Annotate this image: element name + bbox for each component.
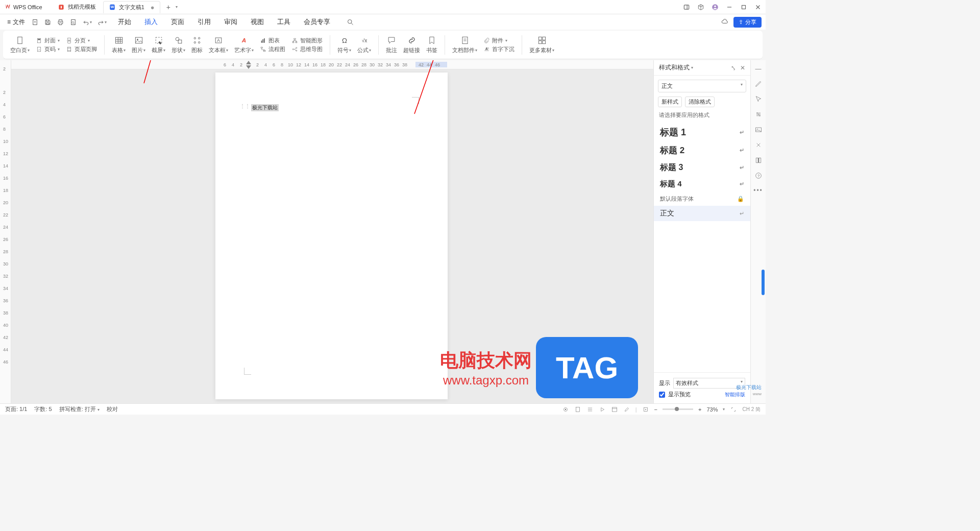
status-page[interactable]: 页面: 1/1 [5,405,27,413]
ribbon-more-assets[interactable]: 更多素材▾ [527,35,556,54]
tab-review[interactable]: 审阅 [222,16,239,28]
close-window-icon[interactable] [754,4,762,11]
ribbon-pagebreak[interactable]: 分页▾ [66,37,97,44]
ribbon-smartart[interactable]: 智能图形 [291,37,323,44]
ribbon-screenshot[interactable]: 截屏▾ [150,35,167,54]
ribbon-wordart[interactable]: A艺术字▾ [232,35,256,54]
select-icon[interactable] [754,95,763,103]
display-select[interactable]: 有效样式▾ [673,378,745,389]
file-menu[interactable]: ≡ 文件 [4,16,28,29]
ribbon-cover[interactable]: 封面▾ [36,37,60,44]
panel-icon[interactable] [683,4,690,11]
close-sidebar-icon[interactable]: ✕ [740,64,745,71]
focus-view-icon[interactable] [562,406,569,413]
style-body[interactable]: 正文↵ [654,206,750,221]
print-preview-icon[interactable] [69,18,77,26]
read-view-icon[interactable] [599,406,606,413]
sidebar-current-style[interactable]: 正文 ▾ [658,80,746,92]
status-words[interactable]: 字数: 5 [34,405,52,413]
ribbon-comment[interactable]: 批注 [384,35,399,54]
ribbon-header-footer[interactable]: 页眉页脚 [66,45,97,53]
tab-view[interactable]: 视图 [249,16,266,28]
tab-reference[interactable]: 引用 [195,16,213,28]
zoom-slider[interactable] [663,408,693,410]
ribbon-mindmap[interactable]: 思维导图 [291,45,323,53]
new-icon[interactable] [31,18,39,26]
tab-menu-caret[interactable]: ▾ [176,5,178,9]
ribbon-textbox[interactable]: A文本框▾ [207,35,230,54]
style-heading-3[interactable]: 标题 3↵ [654,159,750,176]
ribbon-bookmark[interactable]: 书签 [424,35,439,54]
ribbon-dropcap[interactable]: A首字下沉 [483,45,514,53]
zoom-out-button[interactable]: − [654,406,657,413]
dropcap-icon: A [483,46,490,53]
ribbon-picture[interactable]: 图片▾ [130,35,148,54]
image-icon[interactable] [754,126,763,134]
ribbon-icons[interactable]: 图标 [189,35,205,54]
expand-icon[interactable] [730,406,737,413]
outline-view-icon[interactable] [586,406,594,413]
tab-member[interactable]: 会员专享 [302,16,332,28]
tab-page[interactable]: 页面 [169,16,186,28]
tab-tools[interactable]: 工具 [275,16,292,28]
ribbon-shapes[interactable]: 形状▾ [169,35,187,54]
tab-document[interactable]: W 文字文稿1 ● [103,1,160,13]
smart-layout-link[interactable]: 智能排版 [725,391,745,398]
highlight-icon[interactable] [623,406,630,413]
settings-icon[interactable] [754,110,763,118]
ribbon-hyperlink[interactable]: 超链接 [401,35,422,54]
fit-icon[interactable] [642,406,649,413]
search-icon[interactable] [347,18,354,26]
ribbon-pagenum[interactable]: #页码▾ [36,45,60,53]
table-handle-icon[interactable]: ⋮⋮ [240,103,250,109]
style-default-font[interactable]: 默认段落字体🔒 [654,192,750,206]
book-icon[interactable] [754,156,763,164]
style-heading-4[interactable]: 标题 4↵ [654,176,750,192]
share-button[interactable]: ⇪ 分享 [733,17,762,28]
ribbon-doc-parts[interactable]: 文档部件▾ [450,35,479,54]
print-icon[interactable] [57,18,64,26]
document-area[interactable]: 6 4 2 2 4 6 8 10 12 14 16 18 20 22 24 26… [11,60,653,403]
new-tab-button[interactable]: + [166,3,170,11]
zoom-level[interactable]: 73% [706,406,718,413]
pin-icon[interactable]: ⤣ [731,64,736,71]
tools-icon[interactable] [754,141,763,149]
ribbon-blank-page[interactable]: 空白页▾ [8,35,32,54]
ribbon-equation[interactable]: √x公式▾ [355,35,373,54]
document-page[interactable]: ⋮⋮ 极光下载站 [215,73,448,399]
ribbon-flowchart[interactable]: 流程图 [260,45,285,53]
collapse-icon[interactable]: — [755,65,762,73]
cloud-icon[interactable] [721,18,728,26]
zoom-in-button[interactable]: + [698,406,701,413]
maximize-icon[interactable] [740,4,747,11]
ribbon-chart[interactable]: 图表 [260,37,285,44]
preview-checkbox[interactable] [659,392,665,398]
scrollbar-thumb[interactable] [762,270,765,295]
clear-format-button[interactable]: 清除格式 [685,96,715,107]
tab-templates[interactable]: 找稻壳模板 [53,1,101,13]
tab-insert[interactable]: 插入 [142,16,160,28]
more-icon[interactable]: ••• [753,187,763,194]
ribbon-attachment[interactable]: 附件▾ [483,37,514,44]
style-heading-1[interactable]: 标题 1↵ [654,123,750,141]
tab-start[interactable]: 开始 [116,16,133,28]
help-icon[interactable]: ? [754,172,763,180]
tab-close-icon[interactable]: ● [151,4,155,11]
ribbon-table[interactable]: 表格▾ [110,35,128,54]
status-spell[interactable]: 拼写检查: 打开 ▾ [59,405,100,413]
redo-button[interactable]: ▾ [97,18,107,26]
save-icon[interactable] [44,18,52,26]
undo-button[interactable]: ▾ [82,18,92,26]
minimize-icon[interactable] [726,4,733,11]
ribbon-symbol[interactable]: Ω符号▾ [335,35,353,54]
avatar-icon[interactable] [712,4,719,11]
style-heading-2[interactable]: 标题 2↵ [654,141,750,159]
page-view-icon[interactable] [574,406,581,413]
pencil-icon[interactable] [754,80,763,88]
status-proof[interactable]: 校对 [107,405,118,413]
document-text[interactable]: 极光下载站 [251,104,279,111]
svg-rect-30 [115,37,122,43]
web-view-icon[interactable] [611,406,618,413]
new-style-button[interactable]: 新样式 [658,96,682,107]
cube-icon[interactable] [697,4,704,11]
